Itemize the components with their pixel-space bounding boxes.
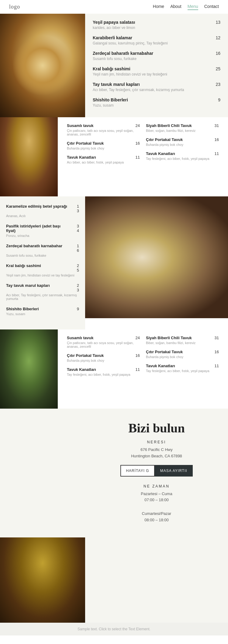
menu-col-left: Susamlı tavuk 24 Çin patlıcanı, tatlı ac…: [64, 336, 143, 403]
menu-item: Tay tavuk marul kapları 2 3 Acı biber, T…: [6, 283, 79, 301]
menu-item: Yeşil papaya salatası karides, acı biber…: [93, 20, 220, 30]
nav-about[interactable]: About: [170, 4, 181, 10]
footer: Sample text. Click to select the Text El…: [0, 623, 228, 635]
menu-item: Karamelize edilmiş betel yaprağı 1 3 Ana…: [6, 204, 79, 218]
find-us-panel: Bizi bulun NERESI 676 Pacific C Hwy Hunt…: [85, 409, 228, 537]
map-button[interactable]: HARİTAYI G: [120, 465, 154, 477]
where-label: NERESI: [94, 440, 219, 444]
hours-weekday: Pazartesi – Cuma07:00 – 18:00: [94, 491, 219, 504]
nav-links: Home About Menu Contact: [153, 4, 219, 10]
menu-item: Siyah Biberli Chili Tavuk 31 Biber, soğa…: [146, 336, 219, 345]
menu-item: Siyah Biberli Chili Tavuk 31 Biber, soğa…: [146, 123, 219, 132]
address: 676 Pacific C Hwy Huntington Beach, CA 6…: [94, 447, 219, 459]
menu-col-left: Susamlı tavuk 24 Çin patlıcanı, tatlı ac…: [64, 123, 143, 190]
find-us-buttons: HARİTAYI G MASA AYIRTII: [94, 465, 219, 477]
menu-item: Pasifik istiridyeleri (adet başı fiyat) …: [6, 224, 79, 238]
section-4: Susamlı tavuk 24 Çin patlıcanı, tatlı ac…: [0, 329, 228, 409]
menu-item: Karabiberli kalamar Galangal sosu, kavru…: [93, 35, 220, 45]
nav-menu[interactable]: Menu: [188, 4, 198, 10]
menu-item: Tavuk Kanatları 11 Acı biber, acı biber,…: [67, 155, 140, 164]
menu-col-right: Siyah Biberli Chili Tavuk 31 Biber, soğa…: [143, 336, 222, 403]
menu-item: Tavuk Kanatları 11 Tay fesleğeni, acı bi…: [146, 151, 219, 160]
menu-block-1: Yeşil papaya salatası karides, acı biber…: [85, 14, 228, 117]
menu-item: Shishito Biberleri Yuzu, susam 9: [93, 97, 220, 107]
menu-item: Zerdeçal baharatlı karnabahar Susamlı to…: [93, 51, 220, 61]
section-6: [0, 537, 228, 623]
section-5-find-us: Bizi bulun NERESI 676 Pacific C Hwy Hunt…: [0, 409, 228, 537]
menu-col-right: Siyah Biberli Chili Tavuk 31 Biber, soğa…: [143, 123, 222, 190]
menu-item: Zerdeçal baharatlı karnabahar 1 6 Susaml…: [6, 244, 79, 257]
footer-text: Sample text. Click to select the Text El…: [78, 627, 150, 631]
navigation: logo Home About Menu Contact: [0, 0, 228, 14]
menu-item: Tavuk Kanatları 11 Tay fesleğeni, acı bi…: [146, 364, 219, 373]
menu-item: Tavuk Kanatları 11 Tay fesleğeni, acı bi…: [67, 367, 140, 376]
menu-item: Susamlı tavuk 24 Çin patlıcanı, tatlı ac…: [67, 123, 140, 136]
section-1: Yeşil papaya salatası karides, acı biber…: [0, 14, 228, 117]
menu-item: Susamlı tavuk 24 Çin patlıcanı, tatlı ac…: [67, 336, 140, 348]
menu-item: Kral balığı sashimi 2 5 Yeşil nam jim, h…: [6, 263, 79, 277]
menu-item: Çıtır Portakal Tavuk 16 Buharda pişmiş b…: [146, 137, 219, 146]
menu-item: Tay tavuk marul kapları Acı biber, Tay f…: [93, 82, 220, 92]
menu-item: Çıtır Portakal Tavuk 16 Buharda pişmiş b…: [67, 353, 140, 362]
outdoor-cafe-photo: [0, 329, 58, 409]
food-photo-1: [0, 14, 85, 117]
section-3-menu: Karamelize edilmiş betel yaprağı 1 3 Ana…: [0, 196, 85, 329]
menu-item: Çıtır Portakal Tavuk 16 Buharda pişmiş b…: [67, 141, 140, 150]
nav-contact[interactable]: Contact: [204, 4, 219, 10]
section-2-menus: Susamlı tavuk 24 Çin patlıcanı, tatlı ac…: [58, 117, 228, 196]
when-label: NE ZAMAN: [94, 484, 219, 488]
menu-item: Shishito Biberleri 9 Yuzu, susam: [6, 307, 79, 316]
section-4-menus: Susamlı tavuk 24 Çin patlıcanı, tatlı ac…: [58, 329, 228, 409]
nav-home[interactable]: Home: [153, 4, 164, 10]
hours-weekend: Cumartesi/Pazar08:00 – 18:00: [94, 511, 219, 523]
section-2: Susamlı tavuk 24 Çin patlıcanı, tatlı ac…: [0, 117, 228, 196]
reserve-button[interactable]: MASA AYIRTII: [155, 465, 193, 477]
menu-item: Kral balığı sashimi Yeşil nam jim, hindi…: [93, 66, 220, 76]
find-us-title: Bizi bulun: [94, 421, 219, 435]
section-3: Karamelize edilmiş betel yaprağı 1 3 Ana…: [0, 196, 228, 329]
waiter-photo: [0, 537, 85, 623]
menu-item: Çıtır Portakal Tavuk 16 Buharda pişmiş b…: [146, 350, 219, 359]
logo: logo: [9, 4, 20, 10]
wine-glasses-photo: [85, 196, 228, 318]
beer-table-photo: [0, 117, 58, 196]
section-5-spacer: [0, 409, 85, 537]
